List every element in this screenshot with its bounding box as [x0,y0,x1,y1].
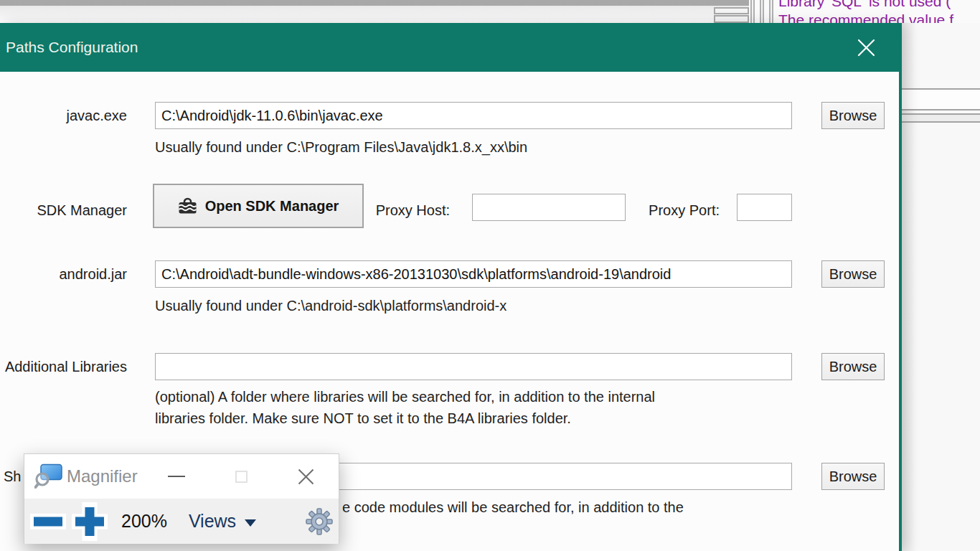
background-divider [902,113,980,115]
magnifier-close-button[interactable] [290,454,321,499]
close-icon [297,468,315,486]
minus-icon [30,502,66,541]
sdk-manager-label: SDK Manager [0,197,127,224]
open-sdk-manager-label: Open SDK Manager [205,198,339,215]
gear-icon [306,508,333,535]
zoom-out-button[interactable] [27,499,69,544]
zoom-in-button[interactable] [69,499,110,544]
android-jar-input[interactable] [155,260,792,288]
toolbox-icon [178,197,197,215]
android-jar-helper-text: Usually found under C:\android-sdk\platf… [155,295,507,316]
background-divider [902,121,980,123]
views-dropdown-label: Views [189,511,236,532]
dialog-title: Paths Configuration [6,23,138,72]
background-top-strip [0,6,749,23]
shared-modules-browse-button[interactable]: Browse [821,463,885,490]
proxy-port-input[interactable] [737,194,792,221]
maximize-icon [235,471,248,483]
magnifier-window: Magnifier [24,453,339,544]
proxy-host-label: Proxy Host: [342,197,450,224]
background-scrollbar-thumb[interactable] [714,7,749,14]
additional-libraries-label: Additional Libraries [0,353,127,380]
views-dropdown[interactable]: Views [185,499,260,544]
background-top-bar [0,0,749,6]
libraries-helper-line-2: libraries folder. Make sure NOT to set i… [155,408,571,429]
additional-libraries-browse-button[interactable]: Browse [821,353,885,380]
magnifier-toolbar: 200% Views [24,499,339,544]
background-divider [902,109,980,110]
magnifier-maximize-button[interactable] [225,454,257,499]
magnifier-window-title: Magnifier [67,454,138,499]
magnifier-titlebar[interactable]: Magnifier [24,454,339,499]
dialog-right-border [899,72,902,551]
plus-icon [72,502,108,541]
background-splitter [760,0,764,24]
log-warning-line-1: Library 'SQL' is not used ( [778,0,951,10]
magnifier-settings-button[interactable] [303,499,336,544]
chevron-down-icon [245,519,256,527]
open-sdk-manager-button[interactable]: Open SDK Manager [153,184,364,228]
dialog-titlebar[interactable]: Paths Configuration [0,23,902,72]
screen: Library 'SQL' is not used ( The recommen… [0,0,980,551]
android-jar-browse-button[interactable]: Browse [821,260,885,288]
magnifier-app-icon [34,463,63,489]
javac-label: javac.exe [0,102,127,129]
zoom-level-value: 200% [119,499,169,544]
background-right-band [902,115,980,121]
additional-libraries-input[interactable] [155,353,792,380]
minimize-icon [168,476,185,477]
javac-browse-button[interactable]: Browse [821,102,885,129]
close-icon [857,38,876,57]
android-jar-label: android.jar [0,260,127,288]
background-right-band [902,90,980,109]
background-splitter [750,0,755,24]
magnifier-minimize-button[interactable] [161,454,192,499]
proxy-port-label: Proxy Port: [612,197,720,224]
proxy-host-input[interactable] [472,194,626,221]
shared-modules-helper-fragment: e code modules will be searched for, in … [342,496,684,518]
javac-path-input[interactable] [155,102,792,129]
javac-helper-text: Usually found under C:\Program Files\Jav… [155,136,527,158]
libraries-helper-line-1: (optional) A folder where libraries will… [155,386,655,408]
background-divider [902,88,980,90]
background-splitter [769,0,773,24]
background-scrollbar-button[interactable] [714,15,749,23]
dialog-close-button[interactable] [846,32,886,63]
